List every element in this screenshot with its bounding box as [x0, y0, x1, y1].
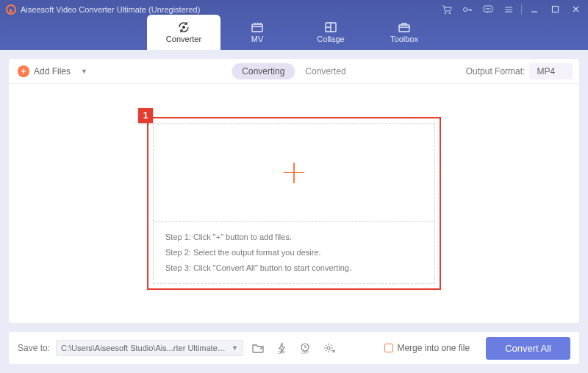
step-1: Step 1: Click "+" button to add files. [165, 230, 423, 245]
tab-label: MV [251, 35, 264, 43]
cart-icon[interactable] [442, 4, 452, 15]
tab-mv[interactable]: MV [220, 15, 294, 50]
svg-rect-11 [399, 25, 409, 32]
svg-text:OFF: OFF [301, 350, 309, 354]
high-speed-button[interactable]: OFF [296, 340, 314, 356]
merge-label: Merge into one file [397, 343, 470, 353]
annotation-badge: 1 [138, 108, 153, 123]
output-format-label: Output Format: [466, 66, 526, 77]
svg-point-0 [445, 13, 446, 14]
tab-converter[interactable]: Converter [147, 15, 220, 50]
add-files-dropzone[interactable] [154, 124, 434, 222]
svg-text:OFF: OFF [278, 350, 285, 354]
chevron-down-icon: ▼ [232, 344, 238, 352]
converter-icon [177, 21, 190, 33]
svg-rect-7 [552, 7, 558, 13]
titlebar: Aiseesoft Video Converter Ultimate (Unre… [0, 0, 588, 50]
svg-point-8 [183, 26, 185, 29]
step-2: Step 2: Select the output format you des… [165, 245, 423, 260]
chevron-down-icon: ▼ [81, 68, 87, 75]
save-to-label: Save to: [18, 343, 50, 353]
svg-point-1 [449, 13, 451, 14]
bottom-bar: Save to: C:\Users\Aiseesoft Studio\Ais..… [9, 332, 579, 364]
status-tabs: Converting Converted [232, 63, 356, 79]
hw-accel-button[interactable]: OFF [273, 340, 290, 356]
output-format-select[interactable]: MP4 [529, 63, 573, 79]
plus-icon [284, 163, 304, 183]
save-path-value: C:\Users\Aiseesoft Studio\Ais...rter Ult… [61, 344, 227, 352]
add-files-label: Add Files [34, 66, 71, 77]
svg-rect-9 [252, 24, 262, 32]
svg-point-5 [487, 8, 488, 9]
svg-point-6 [490, 8, 490, 9]
content-panel: + Add Files ▼ Converting Converted Outpu… [9, 59, 579, 323]
mv-icon [251, 21, 264, 33]
save-path-select[interactable]: C:\Users\Aiseesoft Studio\Ais...rter Ult… [56, 340, 243, 356]
divider [521, 4, 522, 15]
tab-label: Converter [166, 35, 201, 43]
main-tabs: Converter MV Collage Toolbox [0, 15, 588, 50]
toolbox-icon [398, 21, 411, 33]
annotation-box: 1 Step 1: Click "+" button to add files.… [147, 117, 441, 290]
checkbox-icon [384, 344, 393, 352]
window-title: Aiseesoft Video Converter Ultimate (Unre… [21, 5, 442, 14]
instructions: Step 1: Click "+" button to add files. S… [154, 222, 434, 283]
feedback-icon[interactable] [483, 4, 493, 15]
app-logo-icon [6, 4, 16, 15]
tab-label: Toolbox [390, 35, 418, 43]
tab-converted[interactable]: Converted [295, 63, 356, 79]
maximize-icon[interactable] [550, 4, 560, 15]
svg-point-2 [464, 7, 467, 11]
plus-icon: + [18, 65, 29, 77]
toolbar: + Add Files ▼ Converting Converted Outpu… [9, 59, 579, 84]
convert-all-button[interactable]: Convert All [486, 337, 570, 360]
drop-area: 1 Step 1: Click "+" button to add files.… [9, 84, 579, 323]
key-icon[interactable] [462, 4, 473, 15]
tab-converting[interactable]: Converting [232, 63, 295, 79]
close-icon[interactable] [570, 4, 581, 15]
collage-icon [324, 21, 337, 33]
dashed-dropzone: Step 1: Click "+" button to add files. S… [153, 123, 435, 284]
step-3: Step 3: Click "Convert All" button to st… [165, 260, 423, 276]
tab-toolbox[interactable]: Toolbox [368, 15, 441, 50]
menu-icon[interactable] [503, 4, 514, 15]
svg-point-4 [486, 8, 487, 9]
minimize-icon[interactable] [529, 4, 539, 15]
open-folder-button[interactable] [249, 340, 267, 356]
svg-point-15 [327, 347, 330, 349]
main-area: + Add Files ▼ Converting Converted Outpu… [0, 50, 588, 373]
settings-button[interactable]: ▾ [320, 340, 337, 356]
tab-collage[interactable]: Collage [294, 15, 368, 50]
merge-checkbox[interactable]: Merge into one file [384, 343, 470, 353]
add-files-button[interactable]: + Add Files ▼ [18, 65, 87, 77]
tab-label: Collage [317, 35, 344, 43]
